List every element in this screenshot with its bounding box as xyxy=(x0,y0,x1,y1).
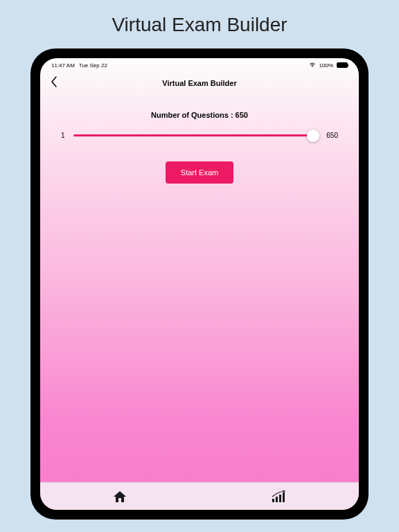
slider-max-label: 650 xyxy=(326,132,338,139)
slider-min-label: 1 xyxy=(61,132,65,139)
slider-thumb[interactable] xyxy=(307,130,319,142)
nav-title: Virtual Exam Builder xyxy=(162,79,236,87)
stats-icon xyxy=(271,490,287,504)
tab-stats[interactable] xyxy=(200,483,359,510)
back-button[interactable] xyxy=(50,76,58,90)
battery-percent-label: 100% xyxy=(319,62,333,69)
svg-rect-1 xyxy=(272,499,274,502)
svg-point-0 xyxy=(312,66,313,67)
question-count-label: Number of Questions : 650 xyxy=(40,111,359,119)
wifi-icon xyxy=(309,62,316,69)
status-bar: 11:47 AM Tue Sep 22 100% xyxy=(40,58,359,70)
start-exam-button[interactable]: Start Exam xyxy=(166,161,233,184)
home-icon xyxy=(112,490,127,504)
tab-bar xyxy=(40,482,359,510)
ipad-frame: 11:47 AM Tue Sep 22 100% Virtual Exam Bu… xyxy=(30,48,369,520)
svg-rect-4 xyxy=(283,493,285,502)
page-title: Virtual Exam Builder xyxy=(0,0,399,47)
ipad-screen: 11:47 AM Tue Sep 22 100% Virtual Exam Bu… xyxy=(40,58,359,510)
svg-rect-3 xyxy=(279,495,281,502)
status-time: 11:47 AM xyxy=(51,62,75,69)
battery-icon xyxy=(337,62,348,68)
tab-home[interactable] xyxy=(40,483,200,510)
question-slider[interactable]: 1 650 xyxy=(40,132,359,139)
status-date: Tue Sep 22 xyxy=(79,62,107,69)
slider-track[interactable] xyxy=(73,134,319,136)
svg-rect-2 xyxy=(276,497,278,502)
nav-bar: Virtual Exam Builder xyxy=(40,70,359,97)
